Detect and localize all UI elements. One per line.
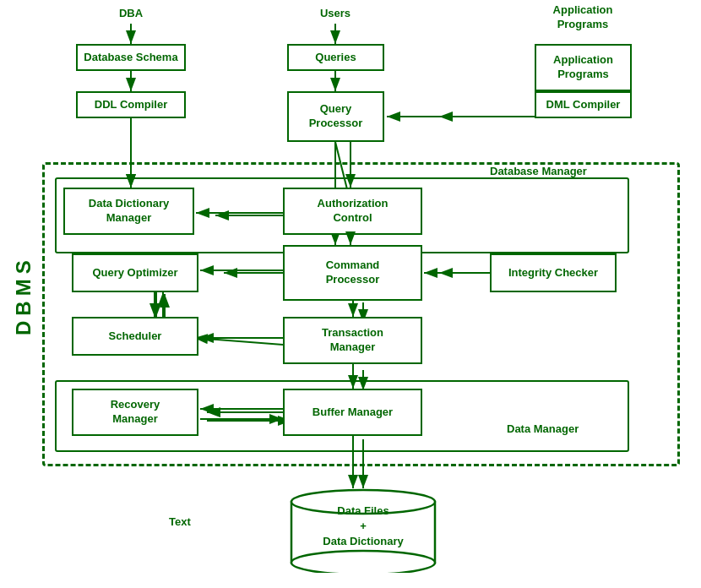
dml-compiler-box: DML Compiler xyxy=(535,91,632,118)
dba-label: DBA xyxy=(106,7,156,19)
data-files-label: Data Files+Data Dictionary xyxy=(296,504,431,550)
database-schema-box: Database Schema xyxy=(76,44,186,71)
users-label: Users xyxy=(310,7,361,19)
dbms-label: DBMS xyxy=(12,211,35,380)
text-label: Text xyxy=(169,515,191,528)
diagram: DBA Users ApplicationPrograms Database S… xyxy=(0,0,701,588)
transaction-manager-box: TransactionManager xyxy=(283,317,422,364)
command-processor-box: CommandProcessor xyxy=(283,245,422,301)
buffer-manager-box: Buffer Manager xyxy=(283,389,422,436)
database-manager-label: Database Manager xyxy=(490,165,587,177)
svg-point-24 xyxy=(291,551,435,573)
scheduler-box: Scheduler xyxy=(72,317,198,356)
query-optimizer-box: Query Optimizer xyxy=(72,253,198,292)
queries-box: Queries xyxy=(287,44,384,71)
recovery-manager-box: RecoveryManager xyxy=(72,389,198,436)
query-processor-box: Query Processor xyxy=(287,91,384,142)
ddl-compiler-box: DDL Compiler xyxy=(76,91,186,118)
app-programs-top-label: ApplicationPrograms xyxy=(545,3,621,32)
db-manager-inner-border xyxy=(55,177,629,253)
app-programs-box: ApplicationPrograms xyxy=(535,44,632,91)
integrity-checker-box: Integrity Checker xyxy=(490,253,617,292)
data-manager-label: Data Manager xyxy=(507,422,579,435)
